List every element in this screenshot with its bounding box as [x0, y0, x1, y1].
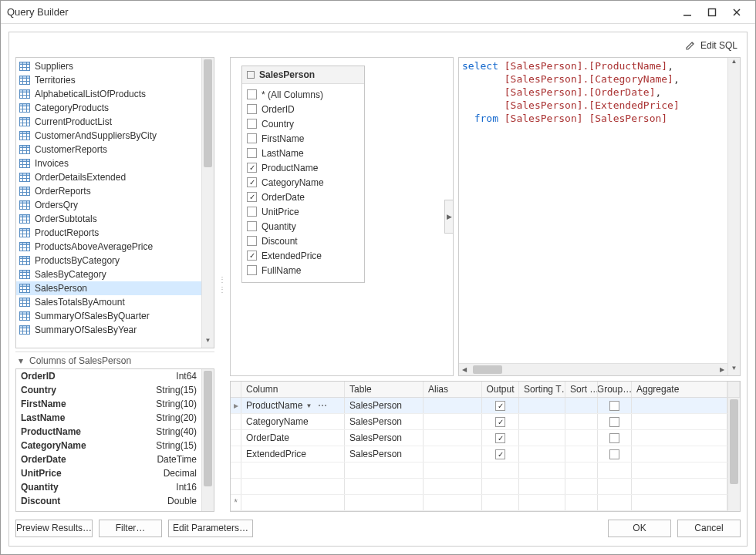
tables-tree-item[interactable]: ProductReports [16, 226, 201, 240]
entity-field-row[interactable]: OrderID [244, 102, 363, 116]
tables-tree-item[interactable]: SalesPerson [16, 281, 201, 295]
cancel-button[interactable]: Cancel [677, 520, 741, 537]
entity-field-row[interactable]: Discount [244, 234, 363, 248]
entity-field-row[interactable]: ✓CategoryName [244, 175, 363, 190]
grid-cell-aggregate[interactable] [632, 446, 727, 462]
column-info-row[interactable]: QuantityInt16 [16, 480, 201, 494]
grid-cell-table[interactable]: SalesPerson [345, 414, 424, 429]
grid-cell-sort-order[interactable] [565, 479, 598, 494]
entity-field-row[interactable]: ✓ExtendedPrice [244, 248, 363, 263]
field-checkbox[interactable] [247, 148, 257, 158]
entity-field-row[interactable]: ✓OrderDate [244, 190, 363, 204]
diagram-canvas[interactable]: SalesPerson * (All Columns)OrderIDCountr… [230, 57, 454, 376]
grid-cell-group-by[interactable] [598, 430, 632, 446]
grid-cell-table[interactable]: SalesPerson [345, 398, 424, 413]
ok-button[interactable]: OK [608, 520, 671, 537]
tables-tree[interactable]: SuppliersTerritoriesAlphabeticalListOfPr… [16, 58, 201, 348]
output-checkbox[interactable]: ✓ [495, 449, 505, 459]
selection-grid[interactable]: Column Table Alias Output Sorting T… Sor… [230, 381, 741, 512]
grid-cell-table[interactable]: SalesPerson [345, 430, 424, 446]
tables-tree-item[interactable]: CategoryProducts [16, 101, 201, 115]
grid-cell-aggregate[interactable] [632, 462, 727, 478]
entity-field-row[interactable]: FullName [244, 263, 363, 278]
scroll-thumb[interactable] [204, 59, 212, 167]
grid-cell-sort-type[interactable] [519, 414, 565, 429]
grid-cell-sort-order[interactable] [565, 398, 598, 413]
scroll-thumb[interactable] [473, 365, 502, 374]
grid-new-row[interactable]: * [231, 495, 727, 511]
grid-cell-aggregate[interactable] [632, 414, 727, 429]
grid-cell-alias[interactable] [424, 398, 482, 413]
edit-parameters-button[interactable]: Edit Parameters… [168, 520, 253, 537]
grid-cell-table[interactable]: SalesPerson [345, 446, 424, 462]
grid-vscrollbar[interactable] [727, 398, 740, 511]
entity-field-row[interactable]: FirstName [244, 131, 363, 146]
entity-title[interactable]: SalesPerson [242, 66, 364, 84]
grid-cell-output[interactable]: ✓ [482, 430, 519, 446]
field-checkbox[interactable]: ✓ [247, 251, 257, 261]
grid-header-aggregate[interactable]: Aggregate [632, 382, 727, 397]
grid-row[interactable] [231, 479, 727, 495]
column-info-row[interactable]: ProductNameString(40) [16, 425, 201, 439]
grid-cell-alias[interactable] [424, 414, 482, 429]
columns-scrollbar[interactable] [201, 369, 214, 511]
tables-scrollbar[interactable]: ▲ ▼ [201, 58, 214, 348]
preview-results-button[interactable]: Preview Results… [15, 520, 93, 537]
field-checkbox[interactable] [247, 236, 257, 246]
grid-header-output[interactable]: Output [482, 382, 519, 397]
grid-cell-group-by[interactable] [598, 495, 632, 510]
tables-tree-item[interactable]: ProductsByCategory [16, 254, 201, 267]
grid-cell-output[interactable]: ✓ [482, 414, 519, 429]
grid-row[interactable]: OrderDateSalesPerson✓ [231, 430, 727, 446]
column-info-row[interactable]: CategoryNameString(15) [16, 439, 201, 452]
grid-row[interactable]: CategoryNameSalesPerson✓ [231, 414, 727, 430]
grid-cell-sort-type[interactable] [519, 430, 565, 446]
grid-cell-output[interactable] [482, 495, 519, 510]
grid-cell-aggregate[interactable] [632, 495, 727, 510]
grid-cell-alias[interactable] [424, 495, 482, 510]
column-info-row[interactable]: OrderDateDateTime [16, 452, 201, 466]
grid-header-table[interactable]: Table [345, 382, 424, 397]
field-checkbox[interactable] [247, 207, 257, 217]
minimize-button[interactable] [675, 3, 700, 22]
output-checkbox[interactable]: ✓ [495, 417, 505, 427]
close-button[interactable] [724, 3, 749, 22]
grid-cell-group-by[interactable] [598, 414, 632, 429]
column-info-row[interactable]: LastNameString(20) [16, 411, 201, 425]
grid-cell-sort-order[interactable] [565, 446, 598, 462]
tables-tree-item[interactable]: OrderSubtotals [16, 212, 201, 226]
grid-cell-aggregate[interactable] [632, 430, 727, 446]
grid-cell-sort-order[interactable] [565, 462, 598, 478]
grid-cell-sort-type[interactable] [519, 495, 565, 510]
tables-tree-item[interactable]: Invoices [16, 156, 201, 170]
grid-cell-output[interactable]: ✓ [482, 446, 519, 462]
column-info-row[interactable]: UnitPriceDecimal [16, 466, 201, 480]
sql-text[interactable]: select [SalesPerson].[ProductName], [Sal… [459, 58, 727, 363]
output-checkbox[interactable]: ✓ [495, 401, 505, 411]
dropdown-arrow-icon[interactable]: ▼ [305, 402, 312, 409]
sql-vscrollbar[interactable]: ▲ ▼ [727, 58, 740, 375]
grid-cell-column[interactable] [241, 479, 345, 494]
grid-header-group-by[interactable]: Group… [598, 382, 632, 397]
entity-field-row[interactable]: * (All Columns) [244, 87, 363, 102]
grid-row[interactable]: ExtendedPriceSalesPerson✓ [231, 446, 727, 462]
entity-field-row[interactable]: ✓ProductName [244, 160, 363, 175]
grid-row[interactable] [231, 462, 727, 479]
grid-cell-alias[interactable] [424, 462, 482, 478]
grid-cell-output[interactable] [482, 479, 519, 494]
grid-cell-group-by[interactable] [598, 398, 632, 413]
groupby-checkbox[interactable] [609, 417, 619, 427]
grid-row[interactable]: ▸ProductName▼⋯SalesPerson✓ [231, 398, 727, 414]
tables-tree-item[interactable]: OrderReports [16, 184, 201, 198]
grid-cell-column[interactable]: ExtendedPrice [241, 446, 345, 462]
field-checkbox[interactable] [247, 133, 257, 143]
grid-header-sort-order[interactable]: Sort … [565, 382, 598, 397]
canvas-collapse-tab[interactable]: ▶ [444, 200, 454, 234]
column-info-row[interactable]: DiscountDouble [16, 494, 201, 508]
sql-hscrollbar[interactable]: ◀ ▶ [459, 363, 727, 375]
grid-cell-column[interactable] [241, 462, 345, 478]
tables-tree-item[interactable]: CustomerReports [16, 143, 201, 156]
grid-cell-group-by[interactable] [598, 479, 632, 494]
filter-button[interactable]: Filter… [99, 520, 162, 537]
field-checkbox[interactable]: ✓ [247, 177, 257, 187]
